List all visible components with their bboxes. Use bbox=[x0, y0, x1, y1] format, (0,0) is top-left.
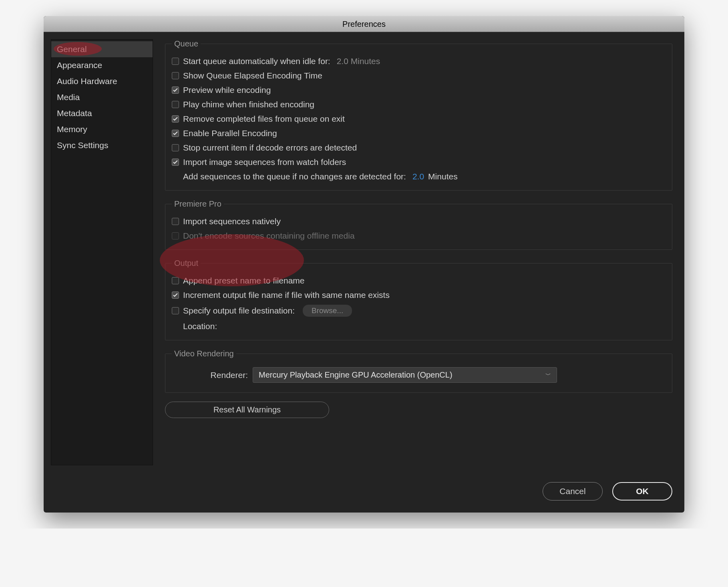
sidebar-item-appearance[interactable]: Appearance bbox=[51, 57, 153, 73]
sidebar-item-label: General bbox=[57, 44, 87, 54]
sidebar-item-label: Appearance bbox=[57, 60, 102, 70]
sidebar-item-label: Memory bbox=[57, 125, 87, 134]
checkbox-parallel[interactable] bbox=[172, 130, 179, 137]
checkbox-import-seq[interactable] bbox=[172, 159, 179, 166]
row-stop-decode: Stop current item if decode errors are d… bbox=[172, 141, 666, 155]
sidebar-item-metadata[interactable]: Metadata bbox=[51, 105, 153, 121]
label: Import image sequences from watch folder… bbox=[183, 157, 346, 167]
checkbox-stop-decode[interactable] bbox=[172, 144, 179, 151]
footer: Cancel OK bbox=[44, 472, 684, 513]
row-specify: Specify output file destination: Browse.… bbox=[172, 302, 666, 319]
preferences-window: Preferences General Appearance Audio Har… bbox=[44, 16, 684, 513]
chevron-down-icon: ﹀ bbox=[545, 372, 551, 379]
row-append: Append preset name to filename bbox=[172, 273, 666, 288]
label: Stop current item if decode errors are d… bbox=[183, 143, 357, 153]
sidebar-item-media[interactable]: Media bbox=[51, 89, 153, 105]
label: Specify output file destination: bbox=[183, 306, 295, 316]
group-legend: Output bbox=[172, 259, 201, 268]
reset-warnings-button[interactable]: Reset All Warnings bbox=[165, 402, 329, 418]
sidebar-item-audio-hardware[interactable]: Audio Hardware bbox=[51, 73, 153, 89]
group-video-rendering: Video Rendering Renderer: Mercury Playba… bbox=[165, 349, 672, 393]
group-queue: Queue Start queue automatically when idl… bbox=[165, 39, 672, 191]
label: Show Queue Elapsed Encoding Time bbox=[183, 71, 322, 80]
group-output: Output Append preset name to filename In… bbox=[165, 259, 672, 340]
checkbox-chime[interactable] bbox=[172, 101, 179, 108]
checkbox-start-auto[interactable] bbox=[172, 58, 179, 65]
checkbox-append[interactable] bbox=[172, 277, 179, 284]
sidebar-item-label: Audio Hardware bbox=[57, 76, 117, 86]
cancel-button[interactable]: Cancel bbox=[543, 482, 603, 501]
label: Increment output file name if file with … bbox=[183, 290, 390, 300]
checkbox-import-native[interactable] bbox=[172, 218, 179, 225]
group-legend: Video Rendering bbox=[172, 349, 236, 358]
label: Import sequences natively bbox=[183, 217, 281, 226]
sidebar: General Appearance Audio Hardware Media … bbox=[51, 39, 153, 465]
sidebar-item-general[interactable]: General bbox=[51, 41, 153, 57]
row-dont-encode: Don't encode sources containing offline … bbox=[172, 229, 666, 243]
unit-add-seq: Minutes bbox=[428, 172, 458, 181]
group-premiere: Premiere Pro Import sequences natively D… bbox=[165, 199, 672, 250]
checkbox-dont-encode bbox=[172, 232, 179, 239]
renderer-select[interactable]: Mercury Playback Engine GPU Acceleration… bbox=[253, 367, 557, 383]
label: Don't encode sources containing offline … bbox=[183, 231, 355, 241]
checkbox-preview[interactable] bbox=[172, 86, 179, 94]
row-chime: Play chime when finished encoding bbox=[172, 97, 666, 112]
value-start-auto: 2.0 Minutes bbox=[337, 56, 380, 66]
label: Append preset name to filename bbox=[183, 276, 305, 285]
row-import-native: Import sequences natively bbox=[172, 214, 666, 229]
label: Add sequences to the queue if no changes… bbox=[183, 172, 406, 181]
label: Preview while encoding bbox=[183, 85, 271, 95]
value-add-seq[interactable]: 2.0 bbox=[412, 172, 424, 181]
checkbox-show-elapsed[interactable] bbox=[172, 72, 179, 79]
row-parallel: Enable Parallel Encoding bbox=[172, 126, 666, 141]
window-body: General Appearance Audio Hardware Media … bbox=[44, 32, 684, 472]
sidebar-item-sync-settings[interactable]: Sync Settings bbox=[51, 137, 153, 153]
label: Start queue automatically when idle for: bbox=[183, 56, 330, 66]
sidebar-item-label: Sync Settings bbox=[57, 141, 108, 150]
row-add-seq: Add sequences to the queue if no changes… bbox=[183, 169, 666, 184]
checkbox-increment[interactable] bbox=[172, 291, 179, 299]
window-title: Preferences bbox=[44, 16, 684, 32]
browse-button[interactable]: Browse... bbox=[303, 305, 352, 317]
renderer-label: Renderer: bbox=[172, 370, 248, 380]
label: Enable Parallel Encoding bbox=[183, 129, 277, 138]
sidebar-item-memory[interactable]: Memory bbox=[51, 121, 153, 137]
checkbox-remove-completed[interactable] bbox=[172, 115, 179, 123]
row-remove-completed: Remove completed files from queue on exi… bbox=[172, 112, 666, 126]
row-start-auto: Start queue automatically when idle for:… bbox=[172, 54, 666, 68]
renderer-value: Mercury Playback Engine GPU Acceleration… bbox=[259, 370, 452, 380]
row-preview: Preview while encoding bbox=[172, 83, 666, 97]
main-panel: Queue Start queue automatically when idl… bbox=[153, 32, 684, 472]
row-location: Location: bbox=[183, 319, 666, 334]
group-legend: Premiere Pro bbox=[172, 199, 224, 209]
ok-button[interactable]: OK bbox=[612, 482, 672, 501]
label: Play chime when finished encoding bbox=[183, 100, 314, 109]
sidebar-item-label: Media bbox=[57, 92, 80, 102]
row-show-elapsed: Show Queue Elapsed Encoding Time bbox=[172, 68, 666, 83]
label: Remove completed files from queue on exi… bbox=[183, 114, 345, 124]
checkbox-specify[interactable] bbox=[172, 307, 179, 314]
row-renderer: Renderer: Mercury Playback Engine GPU Ac… bbox=[172, 364, 666, 386]
sidebar-item-label: Metadata bbox=[57, 109, 92, 118]
label: Location: bbox=[183, 322, 217, 331]
row-import-seq: Import image sequences from watch folder… bbox=[172, 155, 666, 169]
group-legend: Queue bbox=[172, 39, 201, 48]
row-increment: Increment output file name if file with … bbox=[172, 288, 666, 302]
